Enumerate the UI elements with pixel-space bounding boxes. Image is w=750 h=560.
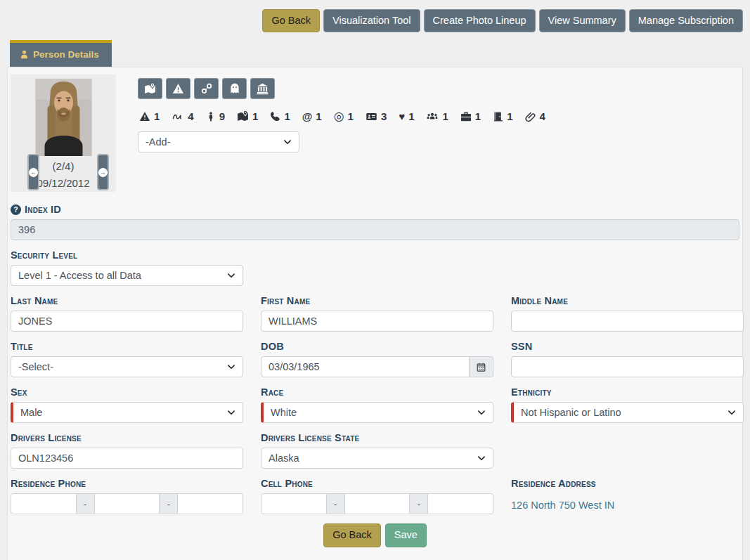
- cell-phone-line-input[interactable]: [427, 493, 493, 514]
- dob-input[interactable]: [261, 356, 470, 377]
- residence-phone-area-input[interactable]: [11, 493, 77, 514]
- chevron-down-icon: [227, 408, 235, 417]
- dob-label: DOB: [261, 341, 493, 352]
- visualization-tool-button[interactable]: Visualization Tool: [323, 9, 420, 32]
- bank-icon: [257, 83, 269, 95]
- counter-relationships[interactable]: ♥ 1: [399, 110, 414, 122]
- counter-incarcerations[interactable]: 1: [493, 110, 512, 122]
- counter-value: 1: [408, 110, 414, 122]
- bank-button[interactable]: [250, 78, 275, 99]
- counter-value: 1: [316, 110, 321, 122]
- select-value: White: [271, 407, 297, 418]
- counter-marks[interactable]: 4: [172, 110, 193, 122]
- select-value: -Select-: [18, 361, 53, 372]
- title-select[interactable]: -Select-: [11, 356, 243, 377]
- phone-separator: -: [410, 493, 427, 514]
- index-id-field-group: ? Index ID: [11, 204, 739, 240]
- counter-emails[interactable]: @ 1: [302, 110, 322, 122]
- cell-phone-label: Cell Phone: [261, 478, 493, 489]
- ssn-input[interactable]: [511, 356, 744, 377]
- door-icon: [493, 111, 503, 122]
- phone-separator: -: [327, 493, 344, 514]
- drivers-license-label: Drivers License: [11, 432, 243, 443]
- counter-value: 1: [475, 110, 481, 122]
- tab-bar: Person Details: [10, 40, 750, 67]
- counter-phones[interactable]: 1: [270, 110, 290, 122]
- middle-name-label: Middle Name: [511, 295, 744, 306]
- create-photo-lineup-button[interactable]: Create Photo Lineup: [424, 9, 536, 32]
- ssn-field-group: SSN: [511, 341, 744, 377]
- chevron-down-icon: [477, 408, 486, 417]
- field-label-text: Last Name: [11, 295, 58, 306]
- person-details-panel: (2/4) 09/12/2012 ← →: [7, 67, 743, 560]
- residence-address-label: Residence Address: [511, 478, 744, 489]
- person-photo: [35, 79, 92, 156]
- drivers-license-input[interactable]: [11, 448, 243, 469]
- phone-separator: -: [160, 493, 177, 514]
- ghost-button[interactable]: [222, 78, 247, 99]
- field-label-text: Title: [11, 341, 33, 352]
- race-select[interactable]: White: [261, 402, 493, 423]
- counter-persons[interactable]: 9: [206, 110, 225, 122]
- chevron-down-icon: [227, 271, 235, 280]
- last-name-label: Last Name: [11, 295, 243, 306]
- go-back-button-bottom[interactable]: Go Back: [323, 523, 381, 547]
- title-label: Title: [11, 341, 243, 352]
- last-name-input[interactable]: [11, 311, 243, 332]
- ethnicity-select[interactable]: Not Hispanic or Latino: [511, 402, 744, 423]
- counter-identifications[interactable]: 3: [366, 110, 387, 122]
- security-level-select[interactable]: Level 1 - Access to all Data: [11, 265, 243, 286]
- drivers-license-state-select[interactable]: Alaska: [261, 448, 493, 469]
- briefcase-icon: [460, 111, 472, 122]
- index-id-input: [11, 219, 739, 240]
- warning-button[interactable]: [166, 78, 190, 99]
- field-label-text: Sex: [11, 386, 27, 398]
- map-marked-icon: [144, 83, 156, 95]
- sex-label: Sex: [11, 386, 243, 398]
- residence-phone-field-group: Residence Phone - -: [11, 478, 243, 514]
- photo-card: (2/4) 09/12/2012 ← →: [11, 74, 116, 192]
- previous-photo-button[interactable]: ←: [27, 154, 39, 190]
- view-summary-button[interactable]: View Summary: [539, 9, 626, 32]
- map-marked-button[interactable]: [138, 78, 162, 99]
- warning-icon: [139, 111, 150, 122]
- handcuffs-button[interactable]: [194, 78, 219, 99]
- warning-icon: [172, 83, 184, 95]
- field-label-text: DOB: [261, 341, 284, 352]
- counter-addresses[interactable]: 1: [237, 110, 258, 122]
- residence-phone-line-input[interactable]: [177, 493, 243, 514]
- cell-phone-prefix-input[interactable]: [344, 493, 410, 514]
- counter-employment[interactable]: 1: [460, 110, 481, 122]
- field-label-text: Cell Phone: [261, 478, 313, 489]
- manage-subscription-button[interactable]: Manage Subscription: [629, 9, 743, 32]
- users-icon: [426, 111, 439, 122]
- help-icon[interactable]: ?: [11, 204, 21, 215]
- residence-phone-label: Residence Phone: [11, 478, 243, 489]
- middle-name-input[interactable]: [511, 311, 744, 332]
- squiggle-icon: [172, 111, 184, 122]
- ssn-label: SSN: [511, 341, 744, 352]
- cell-phone-area-input[interactable]: [261, 493, 327, 514]
- residence-phone-prefix-input[interactable]: [94, 493, 160, 514]
- save-button[interactable]: Save: [385, 523, 427, 547]
- tab-label: Person Details: [33, 49, 99, 60]
- sex-select[interactable]: Male: [11, 402, 243, 423]
- field-label-text: Residence Address: [511, 478, 596, 489]
- counter-warnings[interactable]: 1: [139, 110, 160, 122]
- calendar-button[interactable]: [470, 356, 493, 377]
- ethnicity-label: Ethnicity: [511, 386, 744, 398]
- tab-person-details[interactable]: Person Details: [10, 40, 112, 67]
- chevron-down-icon: [227, 363, 235, 371]
- counter-targets[interactable]: ◎ 1: [334, 110, 354, 122]
- next-photo-button[interactable]: →: [97, 154, 109, 190]
- security-level-label: Security Level: [11, 249, 739, 261]
- last-name-field-group: Last Name: [11, 295, 243, 332]
- go-back-button[interactable]: Go Back: [262, 9, 320, 32]
- handcuffs-icon: [201, 83, 212, 94]
- counter-associates[interactable]: 1: [426, 110, 448, 122]
- field-label-text: First Name: [261, 295, 310, 306]
- counter-attachments[interactable]: 4: [525, 110, 545, 122]
- add-dropdown[interactable]: -Add-: [138, 131, 299, 152]
- field-label-text: Ethnicity: [511, 386, 552, 398]
- first-name-input[interactable]: [261, 311, 493, 332]
